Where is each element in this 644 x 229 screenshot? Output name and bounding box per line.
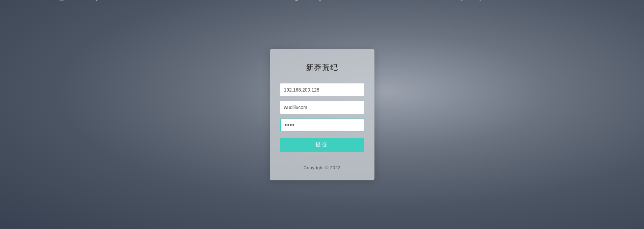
login-card: 新莽荒纪 提交 Copyright © 2022 xyxy=(270,49,374,180)
ip-input[interactable] xyxy=(280,83,364,96)
password-field-group xyxy=(280,119,364,131)
copyright-text: Copyright © 2022 xyxy=(304,165,340,170)
username-field-group xyxy=(280,101,364,114)
submit-button[interactable]: 提交 xyxy=(280,138,364,152)
username-input[interactable] xyxy=(280,101,364,114)
ip-field-group xyxy=(280,83,364,96)
password-input[interactable] xyxy=(280,119,364,131)
page-title: 新莽荒纪 xyxy=(306,62,338,73)
